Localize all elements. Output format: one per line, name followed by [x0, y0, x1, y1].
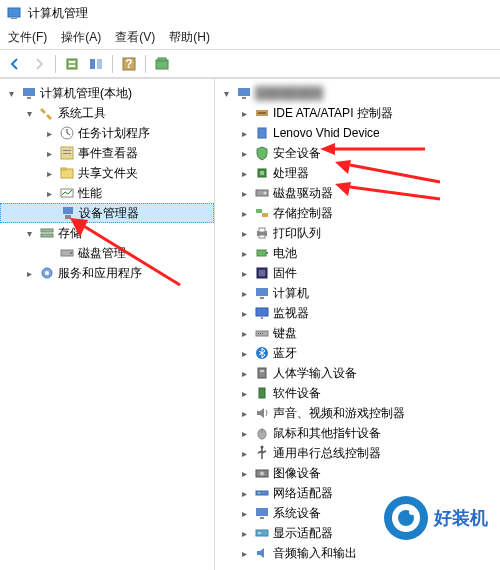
svg-rect-42: [257, 250, 266, 256]
svg-rect-12: [27, 97, 31, 99]
svg-rect-5: [90, 59, 95, 69]
tree-keyboards[interactable]: ▸键盘: [215, 323, 500, 343]
disk-management-icon: [59, 245, 75, 261]
tree-disk-management[interactable]: 磁盘管理: [0, 243, 214, 263]
expand-icon[interactable]: ▸: [237, 406, 251, 420]
tree-services-apps[interactable]: ▸ 服务和应用程序: [0, 263, 214, 283]
usb-icon: [254, 445, 270, 461]
collapse-icon[interactable]: ▾: [22, 226, 36, 240]
back-button[interactable]: [4, 53, 26, 75]
menu-help[interactable]: 帮助(H): [169, 29, 210, 46]
tree-usb[interactable]: ▸通用串行总线控制器: [215, 443, 500, 463]
expand-icon[interactable]: ▸: [237, 186, 251, 200]
tree-print-queues[interactable]: ▸打印队列: [215, 223, 500, 243]
window-title: 计算机管理: [28, 5, 88, 22]
tree-mouse[interactable]: ▸鼠标和其他指针设备: [215, 423, 500, 443]
tree-performance[interactable]: ▸ 性能: [0, 183, 214, 203]
expand-icon[interactable]: ▸: [237, 306, 251, 320]
expand-icon[interactable]: ▸: [237, 426, 251, 440]
tree-imaging[interactable]: ▸图像设备: [215, 463, 500, 483]
clock-icon: [59, 125, 75, 141]
expand-icon[interactable]: ▸: [237, 106, 251, 120]
menu-view[interactable]: 查看(V): [115, 29, 155, 46]
tree-software-devices[interactable]: ▸软件设备: [215, 383, 500, 403]
tree-shared-folders[interactable]: ▸ 共享文件夹: [0, 163, 214, 183]
tree-sound-video[interactable]: ▸声音、视频和游戏控制器: [215, 403, 500, 423]
svg-rect-34: [260, 171, 264, 175]
expand-icon[interactable]: ▸: [237, 266, 251, 280]
tree-device-manager[interactable]: 设备管理器: [0, 203, 214, 223]
tree-hid[interactable]: ▸人体学输入设备: [215, 363, 500, 383]
expand-icon[interactable]: ▸: [22, 266, 36, 280]
device-manager-icon: [60, 205, 76, 221]
tree-system-tools[interactable]: ▾ 系统工具: [0, 103, 214, 123]
tree-task-scheduler[interactable]: ▸ 任务计划程序: [0, 123, 214, 143]
properties-button[interactable]: [61, 53, 83, 75]
expand-icon[interactable]: ▸: [237, 326, 251, 340]
svg-rect-37: [256, 209, 262, 213]
svg-rect-45: [259, 270, 265, 276]
expand-icon[interactable]: ▸: [237, 246, 251, 260]
storage-icon: [39, 225, 55, 241]
refresh-button[interactable]: [151, 53, 173, 75]
expand-icon[interactable]: ▸: [237, 226, 251, 240]
shared-folders-icon: [59, 165, 75, 181]
expand-icon[interactable]: ▸: [237, 446, 251, 460]
svg-rect-40: [259, 228, 265, 232]
expand-icon[interactable]: ▸: [42, 186, 56, 200]
expand-icon[interactable]: ▸: [42, 166, 56, 180]
tree-storage[interactable]: ▾ 存储: [0, 223, 214, 243]
firmware-icon: [254, 265, 270, 281]
svg-rect-31: [258, 112, 266, 114]
expand-icon[interactable]: ▸: [237, 526, 251, 540]
help-button[interactable]: ?: [118, 53, 140, 75]
expand-icon[interactable]: ▸: [237, 366, 251, 380]
tree-ide-atapi[interactable]: ▸IDE ATA/ATAPI 控制器: [215, 103, 500, 123]
tree-bluetooth[interactable]: ▸蓝牙: [215, 343, 500, 363]
expand-icon[interactable]: ▸: [237, 486, 251, 500]
expand-icon[interactable]: ▸: [237, 506, 251, 520]
svg-rect-47: [260, 297, 264, 299]
show-hide-tree-button[interactable]: [85, 53, 107, 75]
expand-icon[interactable]: ▸: [42, 146, 56, 160]
tree-root-computer-management[interactable]: ▾ 计算机管理(本地): [0, 83, 214, 103]
tree-computer-category[interactable]: ▸计算机: [215, 283, 500, 303]
keyboard-icon: [254, 325, 270, 341]
tree-monitors[interactable]: ▸监视器: [215, 303, 500, 323]
svg-rect-4: [69, 65, 75, 67]
expand-icon[interactable]: ▸: [237, 166, 251, 180]
tree-processors[interactable]: ▸处理器: [215, 163, 500, 183]
expand-icon[interactable]: ▸: [237, 126, 251, 140]
tree-audio-io[interactable]: ▸音频输入和输出: [215, 543, 500, 563]
svg-rect-68: [258, 532, 261, 534]
left-tree-pane: ▾ 计算机管理(本地) ▾ 系统工具 ▸ 任务计划程序 ▸ 事件查看器 ▸ 共享…: [0, 79, 215, 570]
expand-icon[interactable]: ▸: [237, 206, 251, 220]
tree-disk-drives[interactable]: ▸磁盘驱动器: [215, 183, 500, 203]
menu-file[interactable]: 文件(F): [8, 29, 47, 46]
collapse-icon[interactable]: ▾: [4, 86, 18, 100]
svg-rect-67: [256, 530, 268, 536]
expand-icon[interactable]: ▸: [237, 146, 251, 160]
tree-storage-controllers[interactable]: ▸存储控制器: [215, 203, 500, 223]
tree-firmware[interactable]: ▸固件: [215, 263, 500, 283]
expand-icon[interactable]: ▸: [237, 466, 251, 480]
expand-icon[interactable]: ▸: [237, 386, 251, 400]
svg-rect-3: [69, 61, 75, 63]
computer-icon: [254, 285, 270, 301]
expand-icon[interactable]: ▸: [237, 286, 251, 300]
forward-button[interactable]: [28, 53, 50, 75]
collapse-icon[interactable]: ▾: [22, 106, 36, 120]
services-icon: [39, 265, 55, 281]
tree-batteries[interactable]: ▸电池: [215, 243, 500, 263]
svg-rect-29: [242, 97, 246, 99]
expand-icon[interactable]: ▸: [42, 126, 56, 140]
tree-lenovo-vhid[interactable]: ▸Lenovo Vhid Device: [215, 123, 500, 143]
svg-rect-23: [41, 234, 53, 237]
menu-action[interactable]: 操作(A): [61, 29, 101, 46]
tree-root-device[interactable]: ▾ ████████: [215, 83, 500, 103]
expand-icon[interactable]: ▸: [237, 546, 251, 560]
collapse-icon[interactable]: ▾: [219, 86, 233, 100]
expand-icon[interactable]: ▸: [237, 346, 251, 360]
tree-event-viewer[interactable]: ▸ 事件查看器: [0, 143, 214, 163]
tree-security-devices[interactable]: ▸安全设备: [215, 143, 500, 163]
